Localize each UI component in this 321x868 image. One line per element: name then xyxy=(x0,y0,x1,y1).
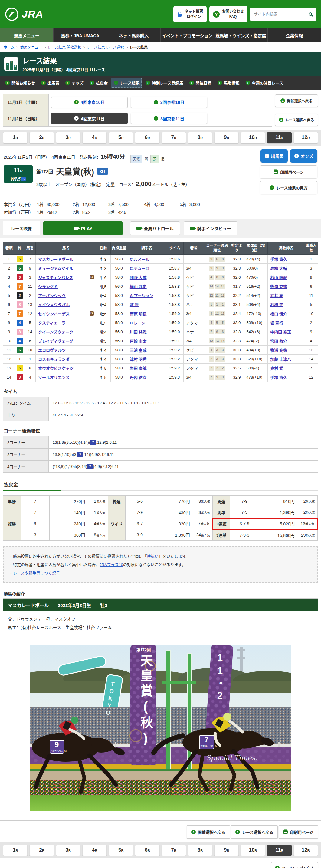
jockey-link[interactable]: 菅原 明良 xyxy=(130,312,147,316)
jockey-link[interactable]: D.レーン xyxy=(130,321,145,325)
venue-button[interactable]: ›3回京都11日 xyxy=(131,113,207,124)
race-tab-7r[interactable]: 7R xyxy=(162,845,186,856)
trainer-link[interactable]: 牧浦 充徳 xyxy=(270,348,287,352)
venue-button[interactable]: ∨4回東京11日 xyxy=(51,113,128,124)
jockey-link[interactable]: C.デムーロ xyxy=(130,266,149,271)
back-to-kaisai-button[interactable]: ∧開催選択へ戻る xyxy=(187,825,230,839)
race-tab-8r[interactable]: 8R xyxy=(188,845,212,856)
jockey-link[interactable]: 津村 明秀 xyxy=(130,357,147,362)
subnav-item-7[interactable]: ›馬場情報 xyxy=(215,78,242,88)
play-button[interactable]: PLAY xyxy=(43,221,122,235)
shutsuba-button[interactable]: ›出馬表 xyxy=(260,149,288,163)
race-tab-7r[interactable]: 7R xyxy=(162,132,186,143)
trainer-link[interactable]: 手塚 貴久 xyxy=(270,375,287,380)
subnav-item-3[interactable]: ›払戻金 xyxy=(87,78,110,88)
note-link[interactable]: 特払い xyxy=(147,554,158,558)
race-tab-10r[interactable]: 10R xyxy=(241,845,265,856)
trainer-link[interactable]: 手塚 貴久 xyxy=(270,257,287,262)
horse-link[interactable]: アーバンシック xyxy=(38,293,66,298)
jockey-link[interactable]: 団野 大成 xyxy=(130,275,147,280)
race-tab-6r[interactable]: 6R xyxy=(135,132,159,143)
jockey-link[interactable]: 武 豊 xyxy=(130,303,139,307)
horse-link[interactable]: ホウオウビスケッツ xyxy=(38,366,73,371)
trainer-link[interactable]: 高柳 大輔 xyxy=(270,266,287,271)
trainer-link[interactable]: 奥村 武 xyxy=(270,366,283,371)
race-tab-12r[interactable]: 12R xyxy=(293,132,318,143)
patrol-video-button[interactable]: 全周パトロール xyxy=(130,221,180,235)
venue-button[interactable]: ›3回京都10日 xyxy=(131,97,207,108)
horse-link[interactable]: マスカレードボール xyxy=(38,257,73,262)
race-tab-1r[interactable]: 1R xyxy=(3,845,28,856)
race-tab-11r[interactable]: 11R xyxy=(267,132,292,143)
breadcrumb-link-2[interactable]: レース結果 開催選択 xyxy=(48,45,81,50)
race-tab-4r[interactable]: 4R xyxy=(82,132,107,143)
nav-item-5[interactable]: 企業情報 xyxy=(268,28,321,42)
nav-item-0[interactable]: 競馬メニュー xyxy=(0,28,53,42)
breadcrumb-link-1[interactable]: 競馬メニュー xyxy=(20,45,42,50)
race-tab-9r[interactable]: 9R xyxy=(214,845,239,856)
horse-link[interactable]: コスモキュランダ xyxy=(38,357,70,362)
venue-button[interactable]: ›4回東京10日 xyxy=(51,97,128,108)
horse-link[interactable]: クイーンズウォーク xyxy=(38,330,73,334)
jockey-link[interactable]: 岩田 康誠 xyxy=(130,366,147,371)
race-tab-5r[interactable]: 5R xyxy=(109,845,133,856)
back-to-race-select-button[interactable]: ∧レース選択へ戻る xyxy=(231,825,278,839)
horse-link[interactable]: シランケド xyxy=(38,284,58,289)
horse-link[interactable]: ブレイディヴェーグ xyxy=(38,339,73,343)
subnav-item-6[interactable]: ›開催日程 xyxy=(187,78,214,88)
trainer-link[interactable]: 武井 亮 xyxy=(270,293,283,298)
horse-link[interactable]: ソールオリエンス xyxy=(38,375,70,380)
trainer-link[interactable]: 石橋 守 xyxy=(270,303,283,307)
race-tab-4r[interactable]: 4R xyxy=(82,845,107,856)
note-link[interactable]: JRAプラス10 xyxy=(100,562,123,567)
horse-link[interactable]: エコロヴァルツ xyxy=(38,348,66,352)
search-input[interactable] xyxy=(253,11,309,17)
subnav-item-5[interactable]: ›特別レース登録馬 xyxy=(143,78,186,88)
race-tab-9r[interactable]: 9R xyxy=(214,132,239,143)
horse-link[interactable]: ジャスティンパレス xyxy=(38,275,73,280)
race-tab-1r[interactable]: 1R xyxy=(3,132,28,143)
trainer-link[interactable]: 橋口 慎介 xyxy=(270,312,287,316)
search-icon[interactable] xyxy=(309,12,312,16)
race-tab-11r[interactable]: 11R xyxy=(267,845,292,856)
nav-item-4[interactable]: 競馬場・ウインズ・指定席 xyxy=(214,28,268,42)
subnav-item-4[interactable]: ›レース結果 xyxy=(111,78,142,88)
nav-item-2[interactable]: ネット馬券購入 xyxy=(107,28,160,42)
jockey-link[interactable]: C.ルメール xyxy=(130,257,149,262)
race-tab-2r[interactable]: 2R xyxy=(29,845,54,856)
subnav-item-1[interactable]: ›出馬表 xyxy=(38,78,62,88)
trainer-link[interactable]: 中内田 充正 xyxy=(270,330,291,334)
subnav-item-0[interactable]: ›開催お知らせ xyxy=(2,78,38,88)
horse-link[interactable]: タスティエーラ xyxy=(38,321,65,325)
race-tab-6r[interactable]: 6R xyxy=(135,845,159,856)
jra-logo[interactable]: JRA xyxy=(5,7,43,21)
horse-link[interactable]: セイウンハーデス xyxy=(38,312,70,316)
jockey-link[interactable]: 川田 将雅 xyxy=(130,330,147,334)
note-link[interactable]: レースや騎手等につく記号 xyxy=(13,571,60,576)
page-top-button[interactable]: ∧ページトップへ戻る xyxy=(271,862,318,868)
race-tab-3r[interactable]: 3R xyxy=(56,132,80,143)
race-tab-5r[interactable]: 5R xyxy=(109,132,133,143)
subnav-item-8[interactable]: ›今週の注目レース xyxy=(243,78,286,88)
breadcrumb-link-0[interactable]: ホーム xyxy=(4,45,14,50)
jockey-link[interactable]: 横山 武史 xyxy=(130,284,147,289)
jockey-interview-button[interactable]: 騎手インタビュー xyxy=(184,221,238,235)
nav-item-3[interactable]: イベント・プロモーション xyxy=(160,28,214,42)
trainer-link[interactable]: 牧浦 充徳 xyxy=(270,284,287,289)
trainer-link[interactable]: 宮田 敬介 xyxy=(270,339,287,343)
subnav-item-2[interactable]: ›オッズ xyxy=(63,78,86,88)
print-page-button-bottom[interactable]: 印刷用ページ xyxy=(279,825,318,839)
race-tab-2r[interactable]: 2R xyxy=(29,132,54,143)
back-to-race-select-button-top[interactable]: ∧レース選択へ戻る xyxy=(275,114,318,126)
jockey-link[interactable]: 丹内 祐次 xyxy=(130,375,147,380)
odds-button[interactable]: ›オッズ xyxy=(290,149,317,163)
nav-item-1[interactable]: 馬券・JRA-UMACA xyxy=(53,28,107,42)
trainer-link[interactable]: 杉山 晴紀 xyxy=(270,275,287,280)
race-tab-8r[interactable]: 8R xyxy=(188,132,212,143)
horse-link[interactable]: メイショウタバル xyxy=(38,303,70,307)
print-page-button[interactable]: 印刷用ページ xyxy=(260,165,317,178)
back-to-kaisai-button-top[interactable]: ∧開催選択へ戻る xyxy=(275,94,318,107)
jockey-link[interactable]: A.プーシャン xyxy=(130,293,153,298)
results-guide-button[interactable]: ›レース結果の見方 xyxy=(260,181,317,194)
breadcrumb-link-3[interactable]: レース結果 レース選択 xyxy=(87,45,124,50)
